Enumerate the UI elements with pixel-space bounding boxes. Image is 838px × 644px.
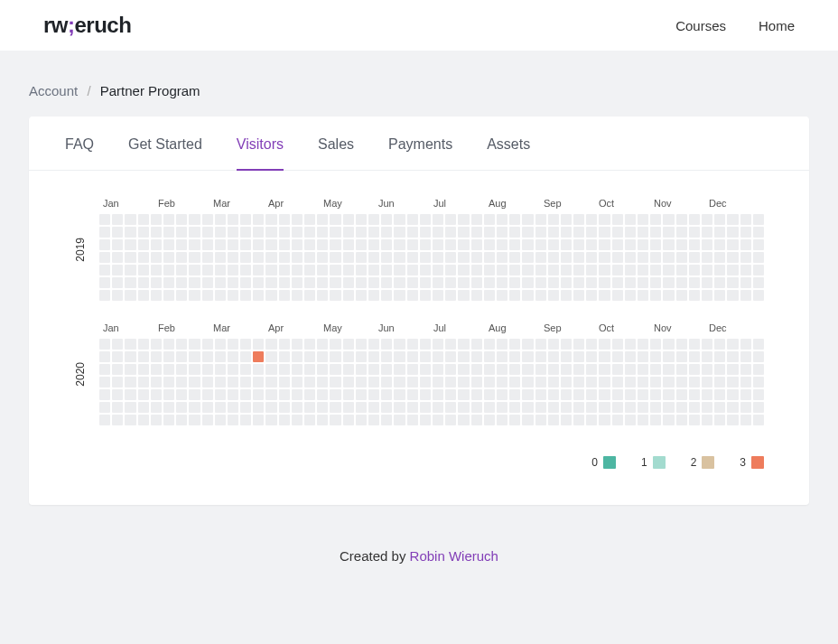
nav-courses[interactable]: Courses (675, 18, 726, 33)
tab-faq[interactable]: FAQ (65, 117, 94, 171)
legend-swatch (702, 456, 714, 469)
heatmap-cell (176, 415, 187, 425)
heatmap-cell (689, 290, 700, 301)
heatmap-cell (638, 227, 648, 238)
heatmap-cell (714, 277, 725, 288)
nav-home[interactable]: Home (759, 18, 795, 33)
heatmap-cell (714, 252, 725, 263)
heatmap-cell (304, 364, 315, 375)
heatmap-cell (420, 265, 431, 275)
heatmap-cell (304, 277, 315, 288)
heatmap-cell (497, 214, 507, 225)
breadcrumb-account[interactable]: Account (29, 83, 78, 98)
heatmap-cell (573, 277, 584, 288)
heatmap-cell (727, 290, 738, 301)
heatmap-cell (509, 290, 520, 301)
heatmap-cell (292, 214, 303, 225)
heatmap-cell (663, 239, 674, 250)
heatmap-cell (304, 339, 315, 350)
heatmap-cell (125, 277, 135, 288)
footer-author-link[interactable]: Robin Wieruch (410, 548, 498, 564)
heatmap-cell (228, 227, 238, 238)
heatmap-cell (445, 351, 456, 362)
heatmap-cell (676, 402, 687, 413)
heatmap-cell (740, 389, 751, 400)
heatmap-cell (304, 239, 315, 250)
heatmap-cell (151, 290, 162, 301)
heatmap-cell (394, 252, 405, 263)
heatmap-cell (228, 214, 238, 225)
heatmap-cell (689, 364, 700, 375)
top-nav: Courses Home (675, 18, 795, 33)
month-label: Oct (599, 322, 654, 333)
heatmap-cell (330, 265, 340, 275)
heatmap-cell (599, 265, 610, 275)
heatmap-cell (228, 364, 238, 375)
heatmap-cell (125, 252, 135, 263)
heatmap-cell (279, 277, 290, 288)
heatmap-cell (125, 377, 135, 387)
heatmap-cell (138, 351, 149, 362)
heatmap-cell (727, 227, 738, 238)
heatmap-cell (151, 402, 162, 413)
heatmap-cell (381, 351, 392, 362)
heatmap-cell (368, 351, 379, 362)
heatmap-cell (240, 364, 251, 375)
heatmap-cell (638, 290, 648, 301)
heatmap-cell (663, 389, 674, 400)
heatmap-cell (265, 402, 276, 413)
tab-visitors[interactable]: Visitors (237, 117, 284, 171)
heatmap-cell (548, 351, 559, 362)
heatmap-cell (714, 389, 725, 400)
heatmap-cell (484, 364, 495, 375)
heatmap-cell (612, 252, 623, 263)
heatmap-cell (202, 389, 213, 400)
heatmap-cell (381, 239, 392, 250)
heatmap-cell (663, 377, 674, 387)
heatmap-cell (433, 252, 443, 263)
legend-label: 1 (641, 456, 647, 469)
tab-sales[interactable]: Sales (318, 117, 354, 171)
heatmap-cell (228, 290, 238, 301)
tab-payments[interactable]: Payments (388, 117, 452, 171)
heatmap-cell (394, 339, 405, 350)
logo[interactable]: rw;eruch (43, 13, 131, 38)
heatmap-cell (215, 265, 226, 275)
heatmap-cell (625, 389, 636, 400)
heatmap-cell (714, 239, 725, 250)
heatmap-cell (599, 277, 610, 288)
heatmap-cell (676, 389, 687, 400)
heatmap-cell (407, 402, 418, 413)
heatmap-cell (676, 351, 687, 362)
heatmap-cell (625, 351, 636, 362)
heatmap-cell (561, 265, 572, 275)
heatmap-cell (497, 265, 507, 275)
heatmap-cell (138, 339, 149, 350)
heatmap-cell (509, 339, 520, 350)
tab-get-started[interactable]: Get Started (128, 117, 202, 171)
logo-text-post: eruch (75, 13, 132, 37)
heatmap-cell (484, 227, 495, 238)
heatmap-cell (189, 290, 200, 301)
heatmap-grid (99, 339, 764, 425)
heatmap-cell (163, 351, 174, 362)
heatmap-cell (151, 252, 162, 263)
heatmap-cell (151, 277, 162, 288)
heatmap-cell (125, 351, 135, 362)
heatmap-cell (625, 239, 636, 250)
heatmap-cell (253, 277, 264, 288)
month-label: Dec (709, 322, 764, 333)
heatmap-cell (163, 402, 174, 413)
tab-assets[interactable]: Assets (487, 117, 530, 171)
heatmap-cell (138, 265, 149, 275)
heatmap-cell (702, 252, 712, 263)
heatmap-cell (228, 265, 238, 275)
heatmap-cell (638, 214, 648, 225)
heatmap-cell (189, 265, 200, 275)
heatmap-cell (689, 415, 700, 425)
heatmap-cell (279, 265, 290, 275)
heatmap-cell (330, 277, 340, 288)
heatmap-cell (176, 351, 187, 362)
heatmap-cell (99, 402, 110, 413)
heatmap-cell (573, 239, 584, 250)
